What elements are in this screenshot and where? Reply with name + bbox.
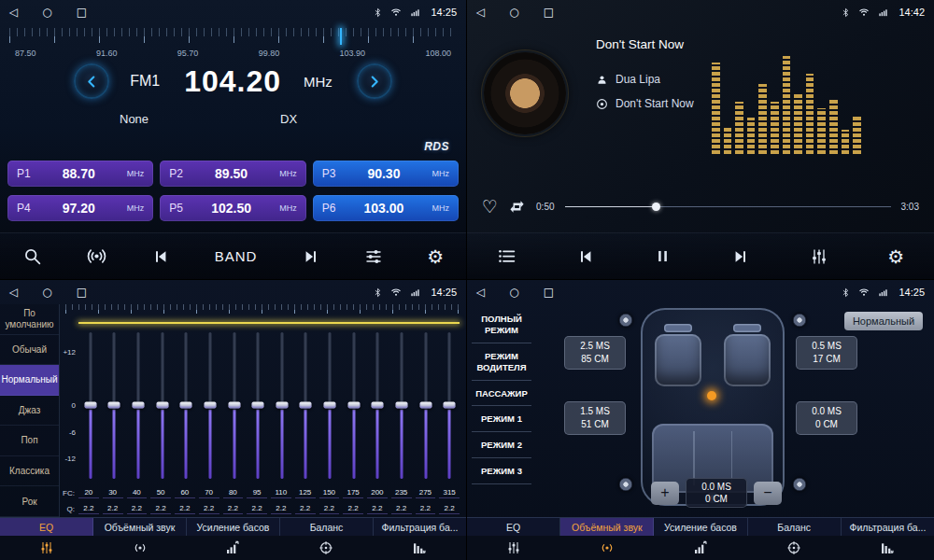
playlist-button[interactable] [497, 246, 517, 266]
settings-icon[interactable]: ⚙ [887, 247, 904, 266]
nav-home-icon[interactable]: ○ [509, 7, 518, 18]
scan-search-button[interactable] [22, 246, 42, 266]
eq-slider-handle[interactable] [156, 402, 168, 409]
tab-bass-boost[interactable]: Усиление басов [654, 518, 747, 536]
nav-back-icon[interactable]: ◁ [476, 7, 485, 18]
pause-button[interactable] [654, 247, 672, 265]
front-left-speaker-icon[interactable] [619, 314, 632, 327]
eq-band-slider[interactable] [342, 317, 366, 483]
nav-recents-icon[interactable]: □ [77, 287, 87, 298]
surround-mode-6[interactable]: РЕЖИМ 3 [472, 458, 531, 484]
tab-eq-faders[interactable]: EQ [467, 518, 560, 536]
broadcast-button[interactable] [86, 245, 107, 267]
eq-slider-handle[interactable] [108, 402, 120, 409]
eq-slider-handle[interactable] [252, 402, 264, 409]
eq-slider-handle[interactable] [204, 402, 216, 409]
front-right-speaker-icon[interactable] [793, 314, 806, 327]
seek-previous-button[interactable] [151, 247, 170, 266]
tune-down-button[interactable] [74, 63, 109, 99]
rear-left-speaker-icon[interactable] [619, 478, 632, 491]
eq-slider-handle[interactable] [444, 402, 456, 409]
listening-position-marker[interactable] [707, 391, 716, 400]
eq-preset-item[interactable]: Обычай [0, 335, 59, 366]
tune-up-button[interactable] [357, 63, 392, 99]
eq-band-slider[interactable] [414, 317, 438, 483]
eq-faders-icon[interactable] [467, 540, 560, 555]
surround-sound-icon[interactable] [560, 540, 654, 555]
progress-knob[interactable] [652, 203, 660, 211]
tab-balance[interactable]: Баланс [748, 518, 842, 536]
surround-mode-2[interactable]: РЕЖИМ ВОДИТЕЛЯ [472, 343, 531, 381]
next-track-button[interactable] [731, 247, 750, 266]
eq-band-slider[interactable] [175, 317, 199, 483]
band-button[interactable]: BAND [215, 248, 258, 264]
audio-sliders-button[interactable] [364, 247, 383, 266]
tab-surround-sound[interactable]: Объёмный звук [93, 518, 187, 536]
rear-right-delay-box[interactable]: 0.0 MS 0 CM [796, 401, 857, 435]
tab-surround-sound[interactable]: Объёмный звук [560, 518, 654, 536]
eq-slider-handle[interactable] [276, 402, 288, 409]
eq-preset-item[interactable]: Поп [0, 426, 59, 456]
repeat-icon[interactable] [508, 198, 526, 216]
nav-recents-icon[interactable]: □ [544, 7, 554, 18]
eq-slider-handle[interactable] [180, 402, 192, 409]
bass-boost-icon[interactable] [187, 540, 280, 555]
decrease-delay-button[interactable]: − [754, 482, 782, 505]
nav-recents-icon[interactable]: □ [544, 287, 554, 298]
eq-preset-item[interactable]: Нормальный [0, 365, 59, 396]
balance-icon[interactable] [747, 540, 841, 555]
tab-balance[interactable]: Баланс [280, 518, 374, 536]
nav-back-icon[interactable]: ◁ [476, 287, 485, 298]
nav-home-icon[interactable]: ○ [42, 7, 51, 18]
eq-slider-handle[interactable] [419, 402, 432, 409]
seek-next-button[interactable] [302, 247, 320, 266]
eq-band-slider[interactable] [389, 317, 414, 483]
eq-band-slider[interactable] [270, 317, 294, 483]
eq-band-slider[interactable] [437, 317, 461, 483]
eq-band-slider[interactable] [294, 317, 318, 483]
eq-band-slider[interactable] [366, 317, 390, 483]
settings-icon[interactable]: ⚙ [427, 247, 444, 266]
front-right-delay-box[interactable]: 0.5 MS 17 CM [796, 336, 857, 370]
surround-mode-1[interactable]: ПОЛНЫЙ РЕЖИМ [472, 306, 531, 343]
eq-band-slider[interactable] [126, 317, 150, 483]
rear-left-delay-box[interactable]: 1.5 MS 51 CM [564, 401, 626, 435]
nav-back-icon[interactable]: ◁ [9, 7, 18, 18]
eq-slider-handle[interactable] [395, 402, 407, 409]
nav-home-icon[interactable]: ○ [42, 287, 51, 298]
tuning-ruler[interactable] [9, 28, 457, 47]
progress-bar[interactable] [565, 201, 891, 212]
increase-delay-button[interactable]: + [651, 482, 679, 505]
eq-faders-icon[interactable] [0, 540, 93, 555]
eq-slider-handle[interactable] [84, 402, 96, 409]
previous-track-button[interactable] [576, 247, 595, 266]
eq-band-slider[interactable] [246, 317, 270, 483]
favorite-icon[interactable]: ♡ [482, 198, 498, 216]
eq-band-slider[interactable] [103, 317, 127, 483]
tab-eq-faders[interactable]: EQ [0, 518, 93, 536]
eq-preset-item[interactable]: Рок [0, 486, 59, 517]
preset-button-p1[interactable]: P188.70MHz [7, 161, 153, 187]
eq-band-slider[interactable] [318, 317, 342, 483]
eq-preset-item[interactable]: Классика [0, 456, 59, 487]
filter-icon[interactable] [373, 540, 466, 555]
eq-band-slider[interactable] [150, 317, 175, 483]
preset-button-p3[interactable]: P390.30MHz [313, 161, 459, 187]
eq-slider-handle[interactable] [228, 402, 240, 409]
nav-recents-icon[interactable]: □ [77, 7, 87, 18]
front-left-delay-box[interactable]: 2.5 MS 85 CM [564, 336, 626, 370]
surround-mode-3[interactable]: ПАССАЖИР [472, 381, 531, 407]
tab-filter[interactable]: Фильтрация ба... [842, 518, 934, 536]
preset-button-p2[interactable]: P289.50MHz [160, 161, 305, 187]
preset-button-p6[interactable]: P6103.00MHz [313, 195, 459, 221]
eq-preset-item[interactable]: Джаз [0, 396, 59, 427]
eq-faders-button[interactable] [810, 247, 828, 266]
eq-band-slider[interactable] [78, 317, 103, 483]
bass-boost-icon[interactable] [654, 540, 747, 555]
rear-right-speaker-icon[interactable] [793, 478, 806, 491]
surround-sound-icon[interactable] [93, 540, 187, 555]
eq-preset-item[interactable]: По умолчанию [0, 304, 59, 335]
preset-button-p5[interactable]: P5102.50MHz [160, 195, 305, 221]
sound-profile-button[interactable]: Нормальный [844, 312, 923, 330]
eq-band-slider[interactable] [222, 317, 247, 483]
